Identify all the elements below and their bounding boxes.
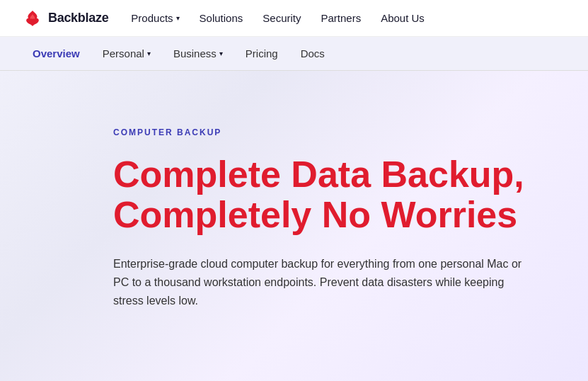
- sub-nav-label-pricing: Pricing: [246, 47, 278, 59]
- hero-description: Enterprise-grade cloud computer backup f…: [113, 255, 531, 309]
- nav-item-products: Products ▾: [131, 12, 179, 24]
- sub-nav-link-overview[interactable]: Overview: [23, 42, 90, 65]
- nav-label-partners: Partners: [321, 12, 361, 24]
- sub-nav-link-docs[interactable]: Docs: [291, 42, 335, 65]
- sub-nav: Overview Personal ▾ Business ▾ Pricing D…: [0, 37, 588, 71]
- nav-label-solutions: Solutions: [200, 12, 243, 24]
- nav-item-security: Security: [263, 12, 301, 25]
- business-dropdown-arrow: ▾: [219, 50, 223, 57]
- personal-dropdown-arrow: ▾: [147, 50, 151, 57]
- sub-nav-item-docs: Docs: [291, 42, 335, 65]
- logo-text: Backblaze: [48, 11, 108, 25]
- nav-label-about-us: About Us: [381, 12, 425, 24]
- nav-link-products[interactable]: Products ▾: [131, 12, 179, 24]
- sub-nav-label-personal: Personal: [103, 47, 144, 59]
- nav-label-products: Products: [131, 12, 173, 24]
- nav-link-solutions[interactable]: Solutions: [200, 12, 243, 24]
- nav-link-partners[interactable]: Partners: [321, 12, 361, 24]
- sub-nav-links: Overview Personal ▾ Business ▾ Pricing D…: [23, 42, 335, 65]
- sub-nav-item-pricing: Pricing: [236, 42, 288, 65]
- sub-nav-label-docs: Docs: [301, 47, 325, 59]
- section-label: COMPUTER BACKUP: [113, 127, 531, 137]
- nav-item-partners: Partners: [321, 12, 361, 25]
- logo-link[interactable]: Backblaze: [23, 8, 108, 28]
- top-nav-links: Products ▾ Solutions Security Partners A…: [131, 12, 425, 25]
- nav-link-security[interactable]: Security: [263, 12, 301, 24]
- top-nav: Backblaze Products ▾ Solutions Security …: [0, 0, 588, 37]
- sub-nav-label-overview: Overview: [33, 47, 80, 59]
- sub-nav-link-personal[interactable]: Personal ▾: [93, 42, 161, 65]
- products-dropdown-arrow: ▾: [176, 14, 180, 22]
- backblaze-logo-icon: [23, 8, 42, 28]
- sub-nav-link-pricing[interactable]: Pricing: [236, 42, 288, 65]
- sub-nav-item-overview: Overview: [23, 42, 90, 65]
- nav-label-security: Security: [263, 12, 301, 24]
- nav-item-about-us: About Us: [381, 12, 425, 25]
- hero-section: COMPUTER BACKUP Complete Data Backup, Co…: [0, 71, 588, 381]
- sub-nav-item-business: Business ▾: [163, 42, 233, 65]
- hero-title: Complete Data Backup, Completely No Worr…: [113, 154, 531, 235]
- sub-nav-label-business: Business: [173, 47, 217, 59]
- nav-item-solutions: Solutions: [200, 12, 243, 25]
- sub-nav-link-business[interactable]: Business ▾: [163, 42, 233, 65]
- nav-link-about-us[interactable]: About Us: [381, 12, 425, 24]
- sub-nav-item-personal: Personal ▾: [93, 42, 161, 65]
